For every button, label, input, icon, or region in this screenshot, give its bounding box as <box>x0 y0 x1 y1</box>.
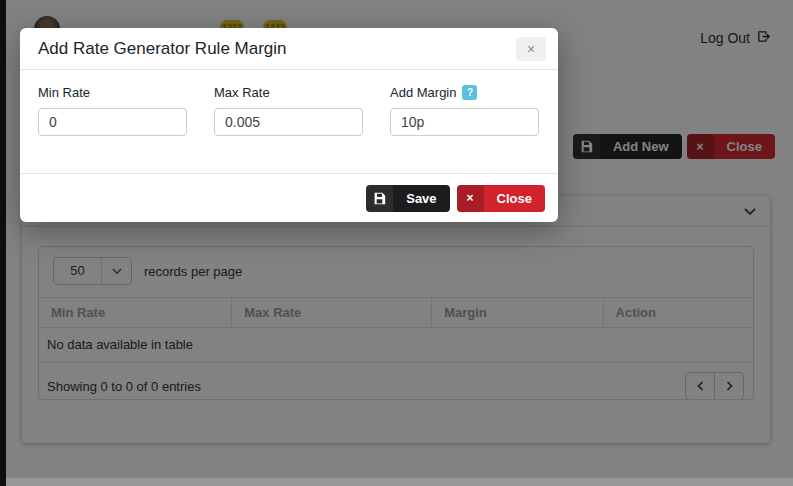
bottom-scroll-strip <box>6 478 793 486</box>
add-margin-field-group: Add Margin ? <box>390 85 539 136</box>
modal-footer: Save × Close <box>20 173 558 222</box>
add-margin-label-text: Add Margin <box>390 85 456 100</box>
modal-title: Add Rate Generator Rule Margin <box>38 39 516 59</box>
max-rate-input[interactable] <box>214 108 363 136</box>
save-button[interactable]: Save <box>366 185 449 212</box>
add-rule-margin-modal: Add Rate Generator Rule Margin × Min Rat… <box>20 28 558 222</box>
min-rate-field-group: Min Rate <box>38 85 187 136</box>
min-rate-label: Min Rate <box>38 85 187 100</box>
save-label: Save <box>393 185 449 212</box>
close-x-icon: × <box>457 185 484 212</box>
max-rate-label: Max Rate <box>214 85 363 100</box>
close-x-icon: × <box>527 41 535 57</box>
min-rate-input[interactable] <box>38 108 187 136</box>
add-margin-label: Add Margin ? <box>390 85 539 100</box>
max-rate-field-group: Max Rate <box>214 85 363 136</box>
modal-close-button[interactable]: × Close <box>457 185 545 212</box>
floppy-disk-icon <box>366 185 393 212</box>
modal-close-label: Close <box>484 185 545 212</box>
modal-body: Min Rate Max Rate Add Margin ? <box>20 70 558 136</box>
add-margin-input[interactable] <box>390 108 539 136</box>
help-question-icon[interactable]: ? <box>462 85 477 100</box>
modal-close-x-button[interactable]: × <box>516 37 546 61</box>
modal-header: Add Rate Generator Rule Margin × <box>20 28 558 70</box>
app-window: 1212 1232 Log Out Add New × <box>0 0 793 486</box>
